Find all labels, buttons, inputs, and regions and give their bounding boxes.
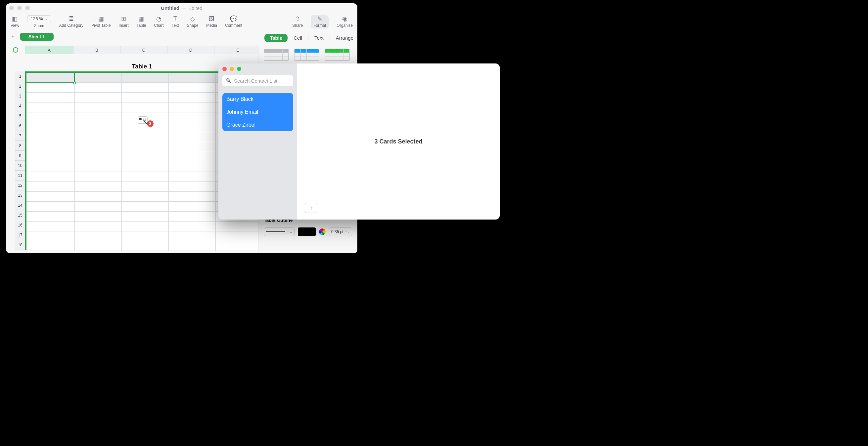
cell[interactable] [75, 73, 122, 83]
inspector-tab-text[interactable]: Text [314, 35, 323, 41]
cell[interactable] [122, 93, 169, 102]
row-header[interactable]: 7 [15, 131, 25, 141]
row-header[interactable]: 8 [15, 141, 25, 151]
cell[interactable] [75, 241, 122, 251]
cell[interactable] [169, 93, 216, 102]
cell[interactable] [75, 112, 122, 122]
cell[interactable] [122, 232, 169, 241]
grid-corner[interactable] [6, 46, 25, 54]
row-header[interactable]: 16 [15, 220, 25, 230]
chart-button[interactable]: ◔ Chart [154, 16, 163, 28]
cell[interactable] [169, 152, 216, 162]
cell[interactable] [27, 202, 75, 212]
row-header[interactable]: 12 [15, 180, 25, 191]
cell[interactable] [122, 192, 169, 202]
row-header[interactable]: 6 [15, 121, 25, 131]
cell[interactable] [27, 182, 75, 192]
media-button[interactable]: 🖼 Media [206, 16, 217, 28]
row-header[interactable]: 9 [15, 151, 25, 161]
cell[interactable] [75, 232, 122, 241]
close-button[interactable] [222, 67, 227, 71]
comment-button[interactable]: 💬 Comment [225, 16, 242, 28]
search-input[interactable] [234, 78, 297, 83]
cell[interactable] [75, 182, 122, 192]
cell[interactable] [169, 83, 216, 93]
outline-color-swatch[interactable] [298, 228, 316, 236]
row-header[interactable]: 17 [15, 230, 25, 240]
outline-style-select[interactable]: ⌃⌄ [264, 228, 294, 236]
cell[interactable] [75, 142, 122, 152]
cell[interactable] [122, 142, 169, 152]
row-header[interactable]: 1 [15, 71, 25, 81]
cell[interactable] [169, 102, 216, 112]
cell[interactable] [75, 102, 122, 112]
inspector-tab-cell[interactable]: Cell [293, 35, 302, 41]
cell[interactable] [169, 192, 216, 202]
cell[interactable] [27, 93, 75, 102]
row-header[interactable]: 11 [15, 171, 25, 180]
cell[interactable] [169, 232, 216, 241]
cell[interactable] [169, 142, 216, 152]
cell[interactable] [122, 212, 169, 221]
add-category-button[interactable]: ≣ Add Category [59, 16, 83, 28]
view-button[interactable]: ◧ View [10, 16, 19, 28]
cell[interactable] [122, 172, 169, 182]
cell[interactable] [216, 232, 263, 241]
column-header[interactable]: A [25, 46, 73, 54]
cell[interactable] [75, 83, 122, 93]
cell[interactable] [27, 112, 75, 122]
cell[interactable] [27, 241, 75, 251]
cell[interactable] [75, 162, 122, 172]
cell[interactable] [122, 182, 169, 192]
inspector-tab-table[interactable]: Table [265, 34, 287, 42]
cell[interactable] [169, 221, 216, 232]
cell[interactable] [169, 182, 216, 192]
cell[interactable] [27, 142, 75, 152]
cell[interactable] [122, 102, 169, 112]
cell[interactable] [122, 83, 169, 93]
cell[interactable] [122, 162, 169, 172]
cell[interactable] [27, 192, 75, 202]
table-button[interactable]: ▦ Table [137, 16, 146, 28]
cell[interactable] [27, 172, 75, 182]
outline-width-field[interactable]: 0,35 pt ⌃⌄ [329, 228, 352, 236]
format-button[interactable]: ✎ Format [311, 15, 329, 28]
cell[interactable] [27, 232, 75, 241]
cell[interactable] [27, 152, 75, 162]
cell[interactable] [169, 122, 216, 132]
cell[interactable] [75, 122, 122, 132]
cell[interactable] [27, 212, 75, 221]
cell[interactable] [75, 192, 122, 202]
cell[interactable] [27, 122, 75, 132]
row-header[interactable]: 13 [15, 191, 25, 200]
cell[interactable] [27, 221, 75, 232]
cell[interactable] [75, 202, 122, 212]
cell[interactable] [122, 241, 169, 251]
cell[interactable] [169, 202, 216, 212]
cell[interactable] [75, 152, 122, 162]
cell[interactable] [75, 93, 122, 102]
row-header[interactable]: 18 [15, 240, 25, 250]
zoom-control[interactable]: 125 %⌄ Zoom [27, 15, 51, 28]
cell[interactable] [122, 152, 169, 162]
cell[interactable] [169, 162, 216, 172]
cell[interactable] [27, 132, 75, 142]
row-header[interactable]: 3 [15, 91, 25, 101]
pivot-table-button[interactable]: ▦ Pivot Table [91, 16, 111, 28]
row-header[interactable]: 2 [15, 81, 25, 91]
cell[interactable] [122, 202, 169, 212]
inspector-tab-arrange[interactable]: Arrange [336, 35, 353, 41]
column-header[interactable]: E [214, 46, 261, 54]
column-header[interactable]: C [120, 46, 167, 54]
cell[interactable] [75, 172, 122, 182]
insert-button[interactable]: ⊞ Insert [119, 16, 129, 28]
cell[interactable] [27, 162, 75, 172]
row-header[interactable]: 15 [15, 210, 25, 220]
cell[interactable] [169, 212, 216, 221]
cell[interactable] [169, 172, 216, 182]
row-header[interactable]: 4 [15, 101, 25, 111]
organise-button[interactable]: ◉ Organise [337, 16, 353, 28]
selection-handle[interactable] [73, 81, 76, 84]
contact-item[interactable]: Johnny Email [222, 105, 293, 118]
text-button[interactable]: T Text [172, 16, 179, 28]
